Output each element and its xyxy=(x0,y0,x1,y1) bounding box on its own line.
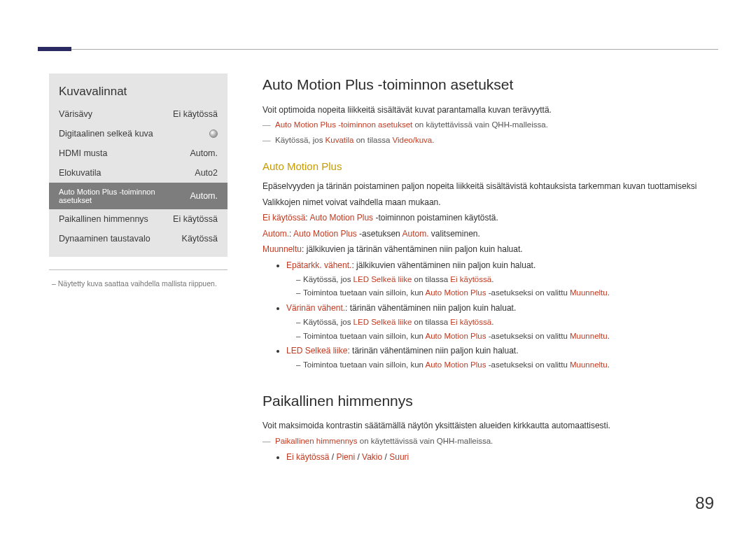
menu-label: Elokuvatila xyxy=(59,168,101,178)
t: on käytettävissä vain QHH-malleissa. xyxy=(358,437,493,445)
t: Video/kuva xyxy=(393,136,433,144)
menu-label: Auto Motion Plus -toiminnon asetukset xyxy=(59,188,190,204)
menu-label: Dynaaminen taustavalo xyxy=(59,234,150,244)
t: Muunneltu xyxy=(570,332,608,340)
page-content: Kuvavalinnat Värisävy Ei käytössä Digita… xyxy=(49,73,714,465)
t: Vakio xyxy=(362,452,382,462)
menu-value: Ei käytössä xyxy=(173,214,218,224)
t: Toimintoa tuetaan vain silloin, kun xyxy=(303,288,426,297)
menu-value: Auto2 xyxy=(195,168,218,178)
custom-bullets: Epätarkk. vähent.: jälkikuvien vähentämi… xyxy=(262,259,714,372)
t: Autom. xyxy=(402,229,428,239)
t: Suuri xyxy=(389,452,409,462)
t: Värinän vähent. xyxy=(286,303,345,313)
t: Muunneltu xyxy=(262,244,302,254)
t: -toiminnon poistaminen käytöstä. xyxy=(373,213,498,223)
t: Toimintoa tuetaan vain silloin, kun xyxy=(303,332,426,340)
t: Ei käytössä xyxy=(450,275,491,283)
menu-row-film-mode[interactable]: Elokuvatila Auto2 xyxy=(49,163,227,183)
sub: Käytössä, jos LED Selkeä liike on tilass… xyxy=(296,274,714,286)
menu-title: Kuvavalinnat xyxy=(49,83,227,104)
dimming-options: Ei käytössä / Pieni / Vakio / Suuri xyxy=(262,451,714,464)
t: Muunneltu xyxy=(570,360,608,369)
picture-options-menu: Kuvavalinnat Värisävy Ei käytössä Digita… xyxy=(49,73,227,257)
sub: Toimintoa tuetaan vain silloin, kun Auto… xyxy=(296,330,714,343)
t: -asetukseksi on valittu xyxy=(486,360,570,369)
section-title-dimming: Paikallinen himmennys xyxy=(262,390,714,413)
accent-bar xyxy=(38,47,71,51)
top-rule xyxy=(38,49,718,50)
subsection-title-amp: Auto Motion Plus xyxy=(262,158,714,174)
t: on tilassa xyxy=(354,136,393,144)
menu-label: Värisävy xyxy=(59,109,92,119)
t: Ei käytössä xyxy=(450,318,491,326)
menu-footnote: – Näytetty kuva saattaa vaihdella mallis… xyxy=(49,269,227,289)
t: Epätarkk. vähent. xyxy=(286,260,351,270)
t: LED Selkeä liike xyxy=(286,346,347,356)
note-kuvatila: Käytössä, jos Kuvatila on tilassa Video/… xyxy=(262,134,714,147)
p: Epäselvyyden ja tärinän poistaminen palj… xyxy=(262,180,714,193)
menu-row-hdmi-black[interactable]: HDMI musta Autom. xyxy=(49,143,227,163)
t: Auto Motion Plus xyxy=(426,332,486,340)
t: Käytössä, jos xyxy=(303,318,354,326)
t: Pieni xyxy=(336,452,355,462)
t: valitseminen. xyxy=(428,229,479,239)
t: -asetukseksi on valittu xyxy=(486,332,570,340)
t: Auto Motion Plus xyxy=(309,213,373,223)
intro-text: Voit optimoida nopeita liikkeitä sisältä… xyxy=(262,104,714,117)
t: Käytössä, jos xyxy=(275,136,326,144)
menu-row-dynamic-backlight[interactable]: Dynaaminen taustavalo Käytössä xyxy=(49,229,227,248)
text-column: Auto Motion Plus -toiminnon asetukset Vo… xyxy=(262,73,714,465)
bullet-judder: Värinän vähent.: tärinän vähentäminen ni… xyxy=(286,302,714,342)
sub: Toimintoa tuetaan vain silloin, kun Auto… xyxy=(296,359,714,372)
menu-label: Paikallinen himmennys xyxy=(59,214,148,224)
t: Auto Motion Plus xyxy=(426,288,486,297)
sub: Käytössä, jos LED Selkeä liike on tilass… xyxy=(296,316,714,329)
menu-row-digital-clear[interactable]: Digitaalinen selkeä kuva xyxy=(49,124,227,143)
t: -asetuksen xyxy=(357,229,402,239)
note-qhh-dimming: Paikallinen himmennys on käytettävissä v… xyxy=(262,435,714,448)
t: : jälkikuvien ja tärinän vähentäminen ni… xyxy=(302,244,523,254)
menu-value: Ei käytössä xyxy=(173,109,218,119)
bullet-blur: Epätarkk. vähent.: jälkikuvien vähentämi… xyxy=(286,259,714,300)
t: : tärinän vähentäminen niin paljon kuin … xyxy=(347,346,518,356)
menu-label: Digitaalinen selkeä kuva xyxy=(59,129,153,139)
menu-value: Autom. xyxy=(190,191,218,201)
section-local-dimming: Paikallinen himmennys Voit maksimoida ko… xyxy=(262,390,714,464)
opt-list: Ei käytössä / Pieni / Vakio / Suuri xyxy=(286,451,714,464)
t: LED Selkeä liike xyxy=(354,275,412,283)
intro-text: Voit maksimoida kontrastin säätämällä nä… xyxy=(262,419,714,433)
menu-value: Käytössä xyxy=(182,234,218,244)
t: on tilassa xyxy=(412,318,450,326)
t: Ei käytössä xyxy=(286,452,329,462)
t: Käytössä, jos xyxy=(303,275,354,283)
opt-custom: Muunneltu: jälkikuvien ja tärinän vähent… xyxy=(262,243,714,256)
menu-value: Autom. xyxy=(190,148,218,158)
menu-row-local-dimming[interactable]: Paikallinen himmennys Ei käytössä xyxy=(49,209,227,229)
t: Toimintoa tuetaan vain silloin, kun xyxy=(303,360,426,369)
opt-off: Ei käytössä: Auto Motion Plus -toiminnon… xyxy=(262,211,714,225)
bullet-led-clear: LED Selkeä liike: tärinän vähentäminen n… xyxy=(286,344,714,371)
t: Kuvatila xyxy=(326,136,354,144)
toggle-icon[interactable] xyxy=(209,129,218,138)
page-number: 89 xyxy=(695,493,714,513)
opt-auto: Autom.: Auto Motion Plus -asetuksen Auto… xyxy=(262,227,714,241)
t: : tärinän vähentäminen niin paljon kuin … xyxy=(345,303,516,313)
t: : jälkikuvien vähentäminen niin paljon k… xyxy=(351,260,536,270)
note-qhh: Auto Motion Plus -toiminnon asetukset on… xyxy=(262,119,714,132)
menu-row-auto-motion-plus[interactable]: Auto Motion Plus -toiminnon asetukset Au… xyxy=(49,183,227,209)
t: Muunneltu xyxy=(570,288,608,297)
note-rest: on käytettävissä vain QHH-malleissa. xyxy=(412,120,548,129)
section-title-amp: Auto Motion Plus -toiminnon asetukset xyxy=(262,73,714,97)
p: Valikkojen nimet voivat vaihdella maan m… xyxy=(262,196,714,209)
t: Auto Motion Plus xyxy=(426,360,486,369)
t: -asetukseksi on valittu xyxy=(486,288,570,297)
t: on tilassa xyxy=(412,275,450,283)
menu-row-color-tone[interactable]: Värisävy Ei käytössä xyxy=(49,104,227,124)
t: LED Selkeä liike xyxy=(354,318,412,326)
t: Auto Motion Plus xyxy=(293,229,357,239)
t: Autom. xyxy=(262,229,289,239)
sub: Toimintoa tuetaan vain silloin, kun Auto… xyxy=(296,287,714,300)
note-red: Auto Motion Plus -toiminnon asetukset xyxy=(275,120,412,129)
menu-label: HDMI musta xyxy=(59,148,107,158)
